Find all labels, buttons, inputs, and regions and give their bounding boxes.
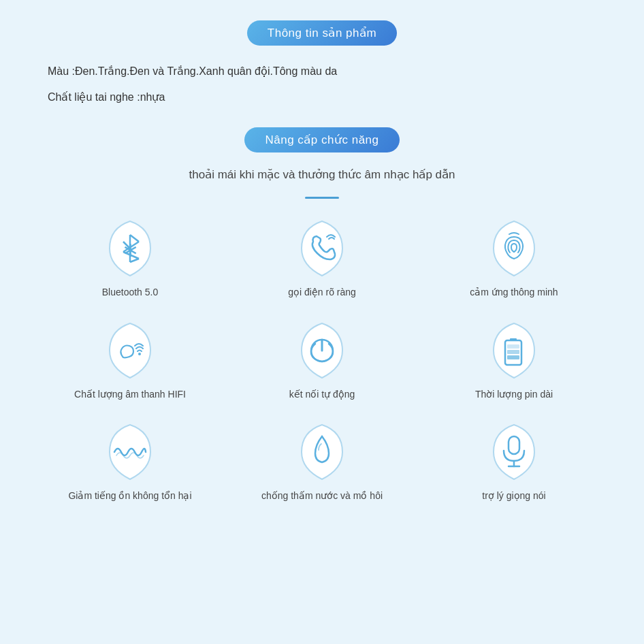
waterproof-label: chống thấm nước và mồ hôi	[261, 489, 383, 503]
feature-voice: trợ lý giọng nói	[425, 421, 603, 503]
feature-battery: Thời lượng pin dài	[425, 320, 603, 402]
svg-rect-12	[507, 355, 519, 359]
info-line2: Chất liệu tai nghe :nhựa	[41, 86, 603, 108]
wave-icon	[99, 421, 161, 483]
bluetooth-icon: ∗	[99, 218, 161, 279]
feature-bluetooth: ∗ Bluetooth 5.0	[41, 218, 219, 300]
svg-rect-11	[510, 338, 517, 341]
svg-point-7	[138, 353, 141, 355]
page-container: Thông tin sản phẩm Màu :Đen.Trắng.Đen và…	[0, 0, 644, 530]
battery-icon	[483, 320, 545, 381]
feature-waterproof: chống thấm nước và mồ hôi	[233, 421, 411, 503]
mic-icon	[483, 421, 545, 483]
battery-label: Thời lượng pin dài	[475, 388, 553, 402]
feature-call: gọi điện rõ ràng	[233, 218, 411, 300]
subtitle-text: thoải mái khi mặc và thưởng thức âm nhạc…	[41, 167, 603, 182]
fingerprint-icon	[483, 218, 545, 279]
header-badge-row: Thông tin sản phẩm	[41, 20, 603, 46]
call-label: gọi điện rõ ràng	[288, 286, 356, 300]
hifi-label: Chất lượng âm thanh HIFI	[74, 388, 186, 402]
svg-rect-14	[507, 344, 519, 349]
power-icon	[291, 320, 353, 381]
upgrade-badge-row: Nâng cấp chức năng	[41, 127, 603, 152]
touch-label: cảm ứng thông minh	[470, 286, 558, 300]
feature-autoconnect: kết nối tự động	[233, 320, 411, 402]
drop-icon	[291, 421, 353, 483]
feature-noise: Giảm tiếng ồn không tổn hại	[41, 421, 219, 503]
feature-touch: cảm ứng thông minh	[425, 218, 603, 300]
phone-icon	[291, 218, 353, 279]
header-badge: Thông tin sản phẩm	[247, 20, 397, 46]
noise-label: Giảm tiếng ồn không tổn hại	[68, 489, 191, 503]
autoconnect-label: kết nối tự động	[289, 388, 355, 402]
svg-rect-13	[507, 350, 519, 354]
feature-hifi: Chất lượng âm thanh HIFI	[41, 320, 219, 402]
features-grid: ∗ Bluetooth 5.0 gọi điện rõ ràng	[41, 218, 603, 503]
bluetooth-label: Bluetooth 5.0	[102, 286, 159, 300]
voice-label: trợ lý giọng nói	[482, 489, 545, 503]
upgrade-badge: Nâng cấp chức năng	[244, 127, 399, 152]
info-line1: Màu :Đen.Trắng.Đen và Trắng.Xanh quân độ…	[41, 61, 603, 82]
blue-divider	[305, 197, 339, 199]
music-icon	[99, 320, 161, 381]
